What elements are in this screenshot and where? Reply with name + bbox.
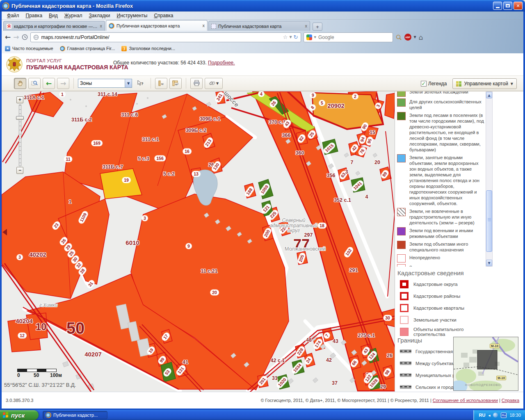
site-favicon	[109, 23, 114, 29]
zoom-out-button[interactable]: −	[16, 167, 23, 174]
legend-item-text: Земли, не вовлеченные в градостроительну…	[409, 208, 485, 226]
clock: 18:30	[509, 413, 521, 418]
bookmark-item[interactable]: ★Часто посещаемые	[5, 46, 53, 51]
border-line-swatch	[400, 373, 411, 377]
back-button[interactable]: ←	[5, 34, 11, 41]
scroll-down-button[interactable]: ▼	[486, 260, 492, 266]
bookmark-label: Заголовки последни...	[129, 46, 175, 51]
tray-icon-circle[interactable]	[493, 413, 498, 418]
select-dropdown-icon[interactable]: ▼	[125, 79, 132, 87]
measure-length-button[interactable]: м	[155, 78, 167, 89]
tab-cadastral-map-loading[interactable]: Публичная кадастровая карта x	[208, 21, 310, 31]
legend-item-text: Для других сельскохозяйственных целей	[409, 98, 485, 110]
svg-text:м: м	[161, 82, 164, 86]
share-link-button[interactable]: ▼	[205, 78, 223, 89]
legend-checkbox[interactable]: ✓	[421, 81, 427, 87]
scroll-up-button[interactable]: ▲	[486, 92, 492, 98]
cadastral-swatch	[400, 316, 409, 324]
adblock-dropdown-icon[interactable]: ▼	[414, 35, 416, 39]
menu-item[interactable]: Инструменты	[114, 12, 151, 19]
map-control-dropdown-icon: ▼	[511, 82, 513, 86]
adblock-icon[interactable]: ABP	[404, 34, 411, 41]
history-icon[interactable]	[22, 34, 28, 40]
tray-collapse-icon[interactable]: ◂	[488, 413, 490, 418]
menu-item[interactable]: Файл	[4, 12, 22, 19]
url-text[interactable]: maps.rosreestr.ru/PortalOnline/	[41, 34, 281, 40]
legend-swatch	[397, 98, 406, 107]
bookmark-item[interactable]: Главная страница Fir...	[60, 46, 115, 51]
page-footer: 3.0.385.370.3 © Госгисцентр, 2011, © Дат…	[2, 392, 523, 409]
legend-scrollbar[interactable]: ▲ ▼	[486, 91, 493, 267]
measure-area-button[interactable]: м²	[169, 78, 182, 89]
ruler-area-icon: м²	[172, 80, 179, 87]
search-box[interactable]: ▼ Google	[304, 32, 393, 42]
cadastral-item-text: Земельные участки	[413, 317, 457, 322]
zoom-box-tool-button[interactable]	[28, 78, 41, 89]
url-bar[interactable]: maps.rosreestr.ru/PortalOnline/ ☆ ▼ ↻	[30, 32, 301, 42]
link-dropdown-icon[interactable]: ▼	[216, 82, 219, 85]
url-dropdown-icon[interactable]: ▼	[289, 35, 292, 39]
minimize-button[interactable]	[493, 2, 502, 10]
map-toolbar: ← → Зоны ▼ ?	[2, 75, 523, 91]
print-button[interactable]	[190, 78, 203, 89]
reload-icon[interactable]: ↻	[294, 34, 298, 40]
search-input[interactable]: Google	[318, 34, 390, 40]
map-control-label: Управление картой	[464, 81, 508, 87]
tab-cadastral-map-active[interactable]: Публичная кадастровая карта x	[106, 20, 208, 31]
scroll-thumb[interactable]	[486, 190, 492, 252]
legend-scroll-area[interactable]: Земли зеленых насажденийДля других сельс…	[395, 91, 493, 267]
back-extent-button[interactable]: ←	[43, 78, 55, 89]
overview-minimap[interactable]: М-10 М-10 НОВОПОДРЕЗКОВО	[453, 337, 518, 391]
menu-item[interactable]: Справка	[151, 12, 176, 19]
pan-tool-button[interactable]	[14, 78, 26, 89]
language-indicator[interactable]: RU	[479, 413, 486, 418]
legend-swatch	[397, 208, 406, 216]
menu-item[interactable]: Закладки	[86, 12, 113, 19]
frequent-icon: ★	[5, 46, 10, 51]
taskbar-firefox-task[interactable]: Публичная кадастр...	[43, 411, 107, 419]
layer-mode-select[interactable]: Зоны ▼	[78, 79, 132, 88]
minimap-graphic	[454, 337, 518, 390]
terms-link[interactable]: Соглашение об использовании	[433, 398, 498, 403]
search-magnifier-icon[interactable]	[395, 34, 402, 41]
new-tab-button[interactable]: +	[313, 23, 322, 31]
window-title: Публичная кадастровая карта - Mozilla Fi…	[11, 3, 493, 9]
zoom-in-button[interactable]: +	[16, 96, 23, 103]
search-engine-dropdown-icon[interactable]: ▼	[314, 36, 316, 39]
tab-close-icon[interactable]: x	[305, 24, 307, 28]
taskbar: пуск Публичная кадастр... RU ◂ Ru 18:30	[0, 410, 525, 420]
minimap-place-label: НОВОПОДРЕЗКОВО	[465, 383, 501, 387]
tray-icon-ru-box[interactable]: Ru	[501, 413, 507, 418]
start-button[interactable]: пуск	[0, 410, 39, 420]
tab-yandex-search[interactable]: Я кадастра и картографии по москве — ...…	[3, 21, 105, 31]
bookmark-star-icon[interactable]: ☆	[283, 34, 288, 40]
bookmark-item[interactable]: )Заголовки последни...	[121, 46, 175, 51]
tab-close-icon[interactable]: x	[100, 24, 102, 28]
legend-swatch	[397, 154, 406, 162]
bookmark-label: Часто посещаемые	[12, 46, 53, 51]
tab-close-icon[interactable]: x	[202, 23, 205, 28]
forward-button[interactable]: →	[13, 34, 19, 41]
map-control-button[interactable]: Управление картой ▼	[452, 78, 517, 89]
menu-item[interactable]: Правка	[23, 12, 46, 19]
home-icon[interactable]: ⌂	[419, 33, 423, 41]
help-link[interactable]: Справка	[502, 398, 519, 403]
window-titlebar[interactable]: Публичная кадастровая карта - Mozilla Fi…	[0, 0, 525, 11]
pan-west-arrow[interactable]	[2, 229, 7, 235]
system-tray: RU ◂ Ru 18:30	[473, 410, 525, 420]
maximize-button[interactable]	[503, 2, 512, 10]
zoom-thumb[interactable]	[16, 116, 24, 120]
border-line-swatch	[400, 385, 411, 389]
forward-extent-button[interactable]: →	[57, 78, 69, 89]
identify-tool-button[interactable]: ?	[134, 78, 146, 89]
zoom-slider[interactable]: + −	[16, 96, 25, 175]
menu-item[interactable]: Журнал	[62, 12, 85, 19]
menu-bar: ФайлПравкаВидЖурналЗакладкиИнструментыСп…	[2, 11, 523, 20]
layers-grid-icon	[456, 81, 461, 87]
border-line-swatch	[400, 349, 411, 353]
zoom-track[interactable]	[19, 105, 21, 166]
details-link[interactable]: Подробнее.	[208, 60, 235, 66]
close-button[interactable]: ✕	[514, 2, 523, 10]
menu-item[interactable]: Вид	[46, 12, 61, 19]
legend-item: Земли под лесами в поселениях (в том чис…	[395, 111, 485, 153]
